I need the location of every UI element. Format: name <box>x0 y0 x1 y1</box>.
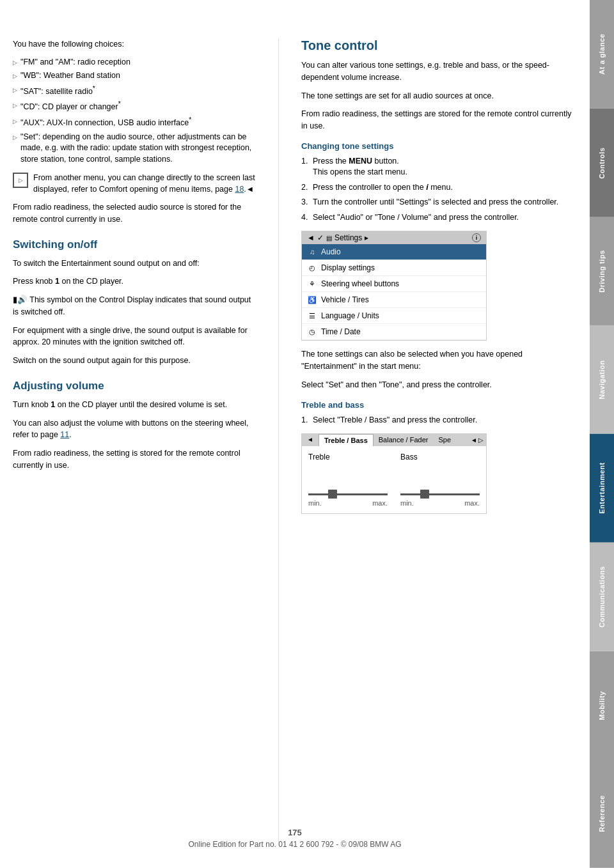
tab-balance[interactable]: Balance / Fader <box>374 434 434 446</box>
bullet-text: "AUX": AUX-In connection, USB audio inte… <box>20 116 191 129</box>
tab-arrow-left: ◄ <box>471 437 477 444</box>
header-title: Settings <box>335 233 362 242</box>
bullet-text: "WB": Weather Band station <box>20 70 120 82</box>
switching-para1: To switch the Entertainment sound output… <box>13 258 256 270</box>
tab-spe[interactable]: Spe <box>433 434 456 446</box>
header-nav-right: ▸ <box>365 233 368 242</box>
sidebar-tab-label: Communications <box>598 566 606 628</box>
sidebar-tab-at-a-glance[interactable]: At a glance <box>590 0 614 109</box>
tab-arrows: ◄ ▷ <box>471 434 486 446</box>
sidebar-tab-controls[interactable]: Controls <box>590 109 614 217</box>
switching-para5: Switch on the sound output again for thi… <box>13 355 256 367</box>
menu-item-steering[interactable]: ⚘ Steering wheel buttons <box>302 276 486 292</box>
bullet-text: "Set": depending on the audio source, ot… <box>20 132 256 166</box>
tab-arrow-right: ▷ <box>478 437 484 444</box>
note-box: From another menu, you can change direct… <box>13 173 256 195</box>
bullet-list: ▷ "FM" and "AM": radio reception ▷ "WB":… <box>13 57 256 165</box>
menu-item-vehicle[interactable]: ♿ Vehicle / Tires <box>302 292 486 308</box>
menu-item-language[interactable]: ☰ Language / Units <box>302 308 486 324</box>
treble-min-label: min. <box>308 499 322 507</box>
language-icon: ☰ <box>307 311 317 321</box>
treble-track <box>308 493 388 495</box>
sidebar-tab-navigation[interactable]: Navigation <box>590 325 614 434</box>
left-column: You have the following choices: ▷ "FM" a… <box>13 38 256 842</box>
sidebar-tab-label: Entertainment <box>598 463 606 514</box>
bass-track <box>400 493 480 495</box>
bass-minmax: min. max. <box>400 499 480 507</box>
menu-item-audio[interactable]: ♫ Audio <box>302 244 486 260</box>
treble-minmax: min. max. <box>308 499 388 507</box>
note-icon <box>13 173 28 188</box>
list-item: ▷ "CD": CD player or changer* <box>13 100 256 113</box>
bullet-text: "CD": CD player or changer* <box>20 100 121 113</box>
steering-icon: ⚘ <box>307 279 317 289</box>
tone-steps-list: 1. Press the MENU button.This opens the … <box>301 156 577 224</box>
bullet-icon: ▷ <box>13 72 17 81</box>
menu-item-display[interactable]: ◴ Display settings <box>302 260 486 276</box>
list-item: ▷ "SAT": satellite radio* <box>13 84 256 98</box>
changing-tone-heading: Changing tone settings <box>301 141 577 151</box>
bullet-text: "SAT": satellite radio* <box>20 84 95 98</box>
tone-step-2: 2. Press the controller to open the i me… <box>301 182 577 194</box>
menu-item-label: Vehicle / Tires <box>321 295 369 304</box>
settings-header: ◄ ✓ ▤ Settings ▸ i <box>302 231 486 244</box>
tone-intro3: From radio readiness, the settings are s… <box>301 108 577 132</box>
menu-item-label: Language / Units <box>321 311 379 320</box>
bullet-icon: ▷ <box>13 102 17 110</box>
bass-thumb[interactable] <box>420 490 429 499</box>
menu-item-label: Audio <box>321 247 341 256</box>
paragraph-radio-readiness: From radio readiness, the selected audio… <box>13 201 256 226</box>
tone-control-title: Tone control <box>301 38 577 53</box>
bullet-icon: ▷ <box>13 134 17 142</box>
settings-menu-screenshot: ◄ ✓ ▤ Settings ▸ i ♫ Audio ◴ Display set… <box>301 231 487 341</box>
menu-item-label: Steering wheel buttons <box>321 279 399 288</box>
page-container: You have the following choices: ▷ "FM" a… <box>0 0 614 868</box>
sidebar-tab-label: Mobility <box>598 691 606 720</box>
vehicle-icon: ♿ <box>307 295 317 305</box>
footer-text: Online Edition for Part no. 01 41 2 600 … <box>0 840 590 849</box>
sidebar-tab-driving-tips[interactable]: Driving tips <box>590 217 614 326</box>
menu-item-time[interactable]: ◷ Time / Date <box>302 324 486 340</box>
note-text: From another menu, you can change direct… <box>33 173 256 195</box>
section-volume-heading: Adjusting volume <box>13 380 256 392</box>
bass-label: Bass <box>400 453 418 461</box>
sidebar-tab-mobility[interactable]: Mobility <box>590 651 614 760</box>
tone-step-1: 1. Press the MENU button.This opens the … <box>301 156 577 178</box>
settings-header-center: ◄ ✓ ▤ Settings ▸ <box>307 233 368 242</box>
right-column: Tone control You can alter various tone … <box>301 38 577 842</box>
sidebar-tab-label: At a glance <box>598 34 606 75</box>
menu-item-label: Display settings <box>321 263 375 272</box>
tab-treble-bass[interactable]: Treble / Bass <box>319 434 374 446</box>
volume-para1: Turn knob 1 on the CD player until the d… <box>13 399 256 411</box>
sidebar-tabs: At a glance Controls Driving tips Naviga… <box>590 0 614 868</box>
sidebar-tab-entertainment[interactable]: Entertainment <box>590 434 614 543</box>
switching-para4: For equipment with a single drive, the s… <box>13 325 256 349</box>
display-icon: ◴ <box>307 263 317 273</box>
after-menu-para2: Select "Set" and then "Tone", and press … <box>301 379 577 391</box>
menu-item-label: Time / Date <box>321 327 361 336</box>
tone-intro1: You can alter various tone settings, e.g… <box>301 59 577 84</box>
bullet-icon: ▷ <box>13 59 17 67</box>
treble-thumb[interactable] <box>328 490 337 499</box>
audio-icon: ♫ <box>307 247 317 257</box>
list-item: ▷ "Set": depending on the audio source, … <box>13 132 256 166</box>
tone-intro2: The tone settings are set for all audio … <box>301 90 577 102</box>
treble-bass-content: Treble min. max. Bass <box>302 446 486 513</box>
header-icon: ▤ <box>326 235 332 242</box>
volume-para3: From radio readiness, the setting is sto… <box>13 447 256 472</box>
settings-info-icon: i <box>472 233 481 242</box>
treble-bass-screenshot: ◄ Treble / Bass Balance / Fader Spe ◄ ▷ … <box>301 433 487 514</box>
after-menu-para1: The tone settings can also be selected w… <box>301 348 577 373</box>
treble-bass-step-1: 1. Select "Treble / Bass" and press the … <box>301 415 577 426</box>
column-divider <box>278 38 279 842</box>
tone-step-4: 4. Select "Audio" or "Tone / Volume" and… <box>301 212 577 224</box>
page-footer: 175 Online Edition for Part no. 01 41 2 … <box>0 828 590 849</box>
sidebar-tab-communications[interactable]: Communications <box>590 543 614 651</box>
list-item: ▷ "FM" and "AM": radio reception <box>13 57 256 68</box>
sidebar-tab-reference[interactable]: Reference <box>590 759 614 868</box>
tab-nav-left: ◄ <box>302 434 319 446</box>
sidebar-tab-label: Reference <box>598 795 606 832</box>
sidebar-tab-label: Driving tips <box>598 250 606 293</box>
tone-step-3: 3. Turn the controller until "Settings" … <box>301 197 577 208</box>
sidebar-tab-label: Navigation <box>598 360 606 399</box>
